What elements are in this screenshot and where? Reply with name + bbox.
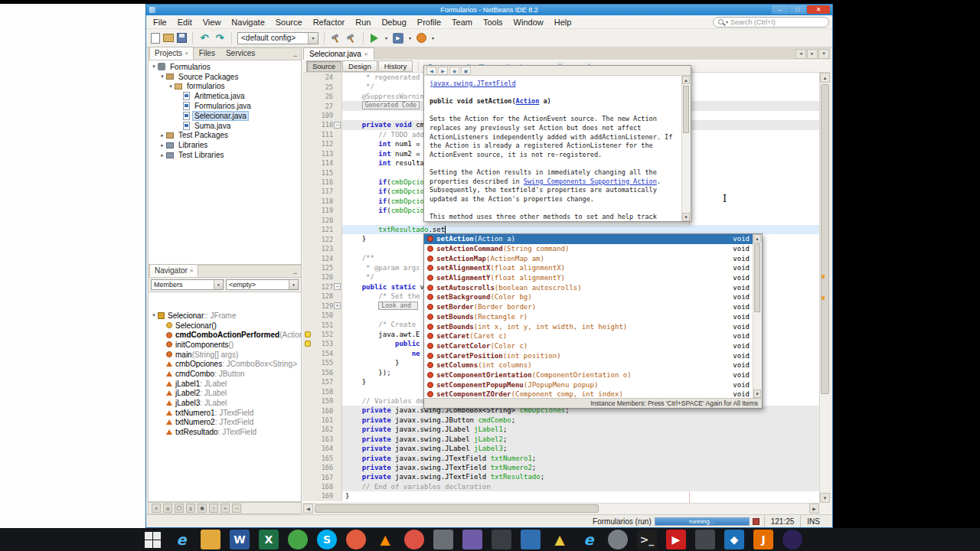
navigator-item-selecionar[interactable]: Selecionar() xyxy=(149,321,301,331)
menu-source[interactable]: Source xyxy=(270,16,308,28)
fold-icon[interactable]: + xyxy=(334,302,341,309)
tab-services[interactable]: Services xyxy=(220,47,260,60)
scroll-right-icon[interactable]: ▶ xyxy=(809,504,819,514)
clean-build-project-icon[interactable] xyxy=(345,32,358,44)
scroll-down-icon[interactable]: ▼ xyxy=(753,390,761,398)
menu-view[interactable]: View xyxy=(198,16,227,28)
tab-navigator[interactable]: Navigator × xyxy=(149,264,198,277)
code-line-168[interactable]: 168 // End of variables declaration xyxy=(303,482,819,491)
search-box[interactable]: ▾ Search (Ctrl+I) xyxy=(713,17,829,28)
navigator-item-jlabel2[interactable]: jLabel2 : JLabel xyxy=(149,389,301,399)
collapse-icon[interactable]: ▾ xyxy=(167,83,175,90)
editor-vertical-scrollbar[interactable]: ▲ ▼ xyxy=(819,73,831,503)
tab-selecionar-java[interactable]: Selecionar.java × xyxy=(303,47,374,60)
close-tab-icon[interactable]: × xyxy=(364,51,368,57)
code-line-162[interactable]: 162 private javax.swing.JLabel jLabel1; xyxy=(303,425,819,434)
tree-item-source-packages[interactable]: ▾Source Packages xyxy=(149,72,301,82)
menu-profile[interactable]: Profile xyxy=(412,16,446,28)
new-file-icon[interactable] xyxy=(151,33,160,44)
scrollbar-thumb[interactable] xyxy=(315,504,599,513)
completion-item-setactionmap-actionmap-am[interactable]: setActionMap(ActionMap am)void xyxy=(424,253,753,263)
scrollbar-thumb[interactable] xyxy=(821,84,829,394)
profile-project-icon[interactable] xyxy=(416,33,426,43)
profile-dropdown-icon[interactable]: ▾ xyxy=(430,31,436,45)
navigator-item-initcomponents[interactable]: initComponents() xyxy=(149,340,301,350)
purple-app-icon[interactable] xyxy=(462,530,482,549)
completion-item-setcomponentpopupmenu-jpopupmenu-popup[interactable]: setComponentPopupMenu(JPopupMenu popup)v… xyxy=(424,380,753,390)
terminal-icon[interactable]: >_ xyxy=(637,530,657,549)
external-browser-icon[interactable]: ◉ xyxy=(449,67,459,75)
menu-debug[interactable]: Debug xyxy=(376,16,411,28)
completion-item-setcomponentorientation-componentorientation-o[interactable]: setComponentOrientation(ComponentOrienta… xyxy=(424,370,753,380)
collapse-icon[interactable]: ▾ xyxy=(150,64,158,70)
navigator-item-main[interactable]: main(String[] args) xyxy=(149,350,301,360)
java-icon[interactable]: J xyxy=(753,530,773,549)
tab-files[interactable]: Files xyxy=(194,47,220,60)
view-design-button[interactable]: Design xyxy=(342,60,377,72)
members-combo[interactable]: Members ▾ xyxy=(151,279,224,290)
completion-item-setcaretposition-int-position[interactable]: setCaretPosition(int position)void xyxy=(424,350,753,360)
menu-help[interactable]: Help xyxy=(549,16,577,28)
run-project-icon[interactable] xyxy=(371,34,378,43)
collapse-icon[interactable]: ▾ xyxy=(150,312,158,318)
scroll-down-icon[interactable]: ▼ xyxy=(682,213,690,221)
menu-tools[interactable]: Tools xyxy=(478,16,508,28)
minimize-navigator-icon[interactable]: − xyxy=(289,269,301,277)
tree-item-test-packages[interactable]: ▸Test Packages xyxy=(149,131,301,141)
filter-combo[interactable]: <empty> ▾ xyxy=(226,279,299,290)
config-select[interactable]: <default config>▾ xyxy=(237,32,318,44)
navigator-item-jlabel1[interactable]: jLabel1 : JLabel xyxy=(149,379,301,389)
code-line-161[interactable]: 161 private javax.swing.JButton cmdCombo… xyxy=(303,416,819,425)
run-dropdown-icon[interactable]: ▾ xyxy=(383,31,390,45)
show-inherited-icon[interactable]: ↑ xyxy=(209,504,218,513)
javadoc-link[interactable]: Action xyxy=(516,97,540,105)
sort-by-name-icon[interactable]: a xyxy=(163,504,172,513)
scroll-up-icon[interactable]: ▲ xyxy=(682,76,690,84)
tab-list-icon[interactable]: ▾ xyxy=(818,49,829,59)
completion-item-setbounds-int-x-int-y-int-width-int-height[interactable]: setBounds(int x, int y, int width, int h… xyxy=(424,321,753,331)
close-tab-icon[interactable]: × xyxy=(185,50,188,57)
sort-by-source-icon[interactable]: ≡ xyxy=(152,504,161,513)
menu-edit[interactable]: Edit xyxy=(172,16,198,28)
navigator-item-cmbopciones[interactable]: cmbOpciones : JComboBox<String> xyxy=(149,359,301,369)
scroll-tabs-left-icon[interactable]: ◂ xyxy=(795,49,806,59)
redo-icon[interactable]: ↷ xyxy=(214,31,226,45)
windows-start-button[interactable] xyxy=(141,528,164,551)
code-line-166[interactable]: 166 private javax.swing.JTextField txtNu… xyxy=(303,463,819,472)
green-app-icon[interactable] xyxy=(288,530,308,549)
completion-item-setcaretcolor-color-c[interactable]: setCaretColor(Color c)void xyxy=(424,341,753,351)
completion-item-setaction-action-a[interactable]: setAction(Action a)void xyxy=(424,234,753,244)
gray-app-icon[interactable] xyxy=(433,530,453,549)
completion-item-setcolumns-int-columns[interactable]: setColumns(int columns)void xyxy=(424,360,753,370)
debug-project-icon[interactable]: ▶ xyxy=(393,33,403,44)
navigator-item-txtnumero2[interactable]: txtNumero2 : JTextField xyxy=(149,418,301,428)
menu-run[interactable]: Run xyxy=(350,16,376,28)
settings-gear-icon[interactable] xyxy=(608,530,628,549)
fold-icon[interactable]: − xyxy=(334,283,341,290)
view-source-button[interactable]: Source xyxy=(306,60,341,72)
javadoc-link[interactable]: javax.swing.JTextField xyxy=(430,80,516,87)
completion-item-setautoscrolls-boolean-autoscrolls[interactable]: setAutoscrolls(boolean autoscrolls)void xyxy=(424,282,753,292)
new-project-icon[interactable] xyxy=(163,34,174,42)
code-line-165[interactable]: 165 private javax.swing.JTextField txtNu… xyxy=(303,454,819,463)
undo-icon[interactable]: ↶ xyxy=(198,31,211,45)
collapse-icon[interactable]: ▾ xyxy=(158,73,166,80)
completion-item-setalignmenty-float-alignmenty[interactable]: setAlignmentY(float alignmentY)void xyxy=(424,273,753,283)
expand-all-icon[interactable]: + xyxy=(220,504,230,513)
netbeans-icon[interactable]: ◆ xyxy=(724,530,744,549)
menu-file[interactable]: File xyxy=(148,16,172,28)
menu-navigate[interactable]: Navigate xyxy=(226,16,270,28)
completion-item-setcaret-caret-c[interactable]: setCaret(Caret c)void xyxy=(424,331,753,341)
code-line-163[interactable]: 163 private javax.swing.JLabel jLabel2; xyxy=(303,435,819,444)
zelda-game-icon[interactable]: ▲ xyxy=(550,530,570,549)
search-dropdown-icon[interactable]: ▾ xyxy=(726,19,728,24)
code-line-167[interactable]: 167 private javax.swing.JTextField txtRe… xyxy=(303,472,819,481)
show-fields-icon[interactable]: ▢ xyxy=(175,504,184,513)
eclipse-icon[interactable] xyxy=(782,530,802,549)
menu-team[interactable]: Team xyxy=(446,16,478,28)
tree-item-formularios[interactable]: ▾Formularios xyxy=(149,62,301,72)
save-all-icon[interactable] xyxy=(177,33,187,43)
navigator-item-selecionar[interactable]: ▾Selecionar :: JFrame xyxy=(149,311,301,321)
menu-window[interactable]: Window xyxy=(508,16,549,28)
expand-icon[interactable]: ▸ xyxy=(158,152,166,158)
